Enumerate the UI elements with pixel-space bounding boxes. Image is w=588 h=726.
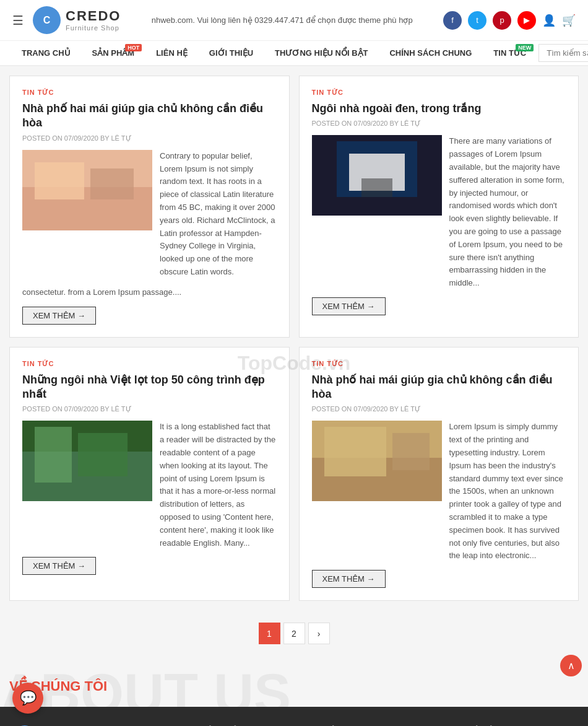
article-excerpt: Lorem Ipsum is simply dummy text of the … (449, 421, 566, 562)
article-body: There are many variations of passages of… (312, 135, 566, 290)
article-full-excerpt: consectetur. from a Lorem Ipsum passage.… (22, 286, 277, 299)
article-excerpt: It is a long established fact that a rea… (160, 421, 277, 549)
search-input[interactable] (538, 44, 588, 62)
header-left: ☰ C CREDO Furniture Shop (12, 6, 121, 34)
article-meta: POSTED ON 07/09/2020 BY LÊ TỰ (312, 120, 566, 128)
read-more-button[interactable]: XEM THÊM → (312, 297, 386, 315)
search-area: 🔍 (538, 44, 588, 62)
article-image (312, 135, 442, 216)
brand-name: CREDO (66, 8, 121, 24)
article-category: TIN TỨC (22, 360, 277, 368)
article-card: TIN TỨC Nhà phố hai mái giúp gia chủ khô… (299, 347, 579, 601)
article-title: Ngôi nhà ngoài đen, trong trắng (312, 102, 566, 116)
articles-grid: TIN TỨC Nhà phố hai mái giúp gia chủ khô… (9, 76, 579, 601)
page-next-button[interactable]: › (308, 623, 330, 644)
header: ☰ C CREDO Furniture Shop nhweb.com. Vui … (0, 0, 588, 41)
nav-brands[interactable]: THƯƠNG HIỆU NỔI BẬT (266, 41, 377, 65)
article-category: TIN TỨC (312, 360, 566, 368)
facebook-icon[interactable]: f (443, 11, 462, 30)
article-image (22, 150, 152, 230)
nav-about[interactable]: GIỚI THIỆU (200, 41, 262, 65)
hot-badge: HOT (125, 44, 142, 51)
youtube-icon[interactable]: ▶ (517, 11, 536, 30)
article-card: TIN TỨC Những ngôi nhà Việt lọt top 50 c… (9, 347, 290, 601)
article-image (22, 421, 152, 501)
article-meta: POSTED ON 07/09/2020 BY LÊ TỰ (22, 134, 277, 142)
header-icons: f t p ▶ 👤 🛒 (443, 11, 576, 30)
main-content: TIN TỨC Nhà phố hai mái giúp gia chủ khô… (0, 66, 588, 666)
menu-toggle[interactable]: ☰ (12, 13, 24, 28)
article-body: Contrary to popular belief, Lorem Ipsum … (22, 150, 277, 279)
new-badge: NEW (516, 44, 534, 51)
header-notice: nhweb.com. Vui lòng liên hệ 0329.447.471… (121, 15, 443, 25)
about-section: ABOUT US VỀ CHÚNG TÔI (0, 666, 588, 707)
article-title: Nhà phố hai mái giúp gia chủ không cần đ… (22, 102, 277, 131)
svg-rect-14 (324, 427, 386, 476)
article-excerpt: There are many variations of passages of… (449, 135, 566, 290)
read-more-button[interactable]: XEM THÊM → (22, 557, 96, 575)
pagination: 1 2 › (9, 610, 579, 657)
article-body: It is a long established fact that a rea… (22, 421, 277, 549)
logo-icon: C (33, 6, 61, 34)
brand-sub: Furniture Shop (66, 24, 121, 32)
scroll-to-top-button[interactable]: ∧ (560, 655, 582, 676)
article-category: TIN TỨC (22, 89, 277, 97)
read-more-button[interactable]: XEM THÊM → (22, 307, 96, 325)
article-card: TIN TỨC Ngôi nhà ngoài đen, trong trắng … (299, 76, 579, 338)
page-1-button[interactable]: 1 (259, 623, 280, 644)
logo-text: CREDO Furniture Shop (66, 8, 121, 33)
twitter-icon[interactable]: t (468, 11, 486, 30)
article-body: Lorem Ipsum is simply dummy text of the … (312, 421, 566, 562)
svg-rect-2 (35, 162, 84, 199)
nav-home[interactable]: TRANG CHỦ (12, 41, 80, 65)
article-title: Nhà phố hai mái giúp gia chủ không cần đ… (312, 373, 566, 402)
nav-policy[interactable]: CHÍNH SÁCH CHUNG (380, 41, 481, 65)
svg-rect-11 (78, 433, 128, 476)
article-excerpt: Contrary to popular belief, Lorem Ipsum … (160, 150, 277, 279)
article-image (312, 421, 442, 501)
floating-chat-button[interactable]: 💬 (12, 683, 43, 714)
footer: C CREDO Furniture Shop Support 24/7 free… (0, 707, 588, 726)
navigation: TRANG CHỦ SẢN PHẨM HOT LIÊN HỆ GIỚI THIỆ… (0, 41, 588, 66)
svg-rect-3 (90, 168, 134, 199)
article-category: TIN TỨC (312, 89, 566, 97)
nav-products[interactable]: SẢN PHẨM HOT (83, 41, 144, 65)
article-card: TIN TỨC Nhà phố hai mái giúp gia chủ khô… (9, 76, 290, 338)
svg-rect-7 (361, 178, 392, 197)
svg-rect-10 (35, 427, 72, 483)
about-title: VỀ CHÚNG TÔI (9, 678, 579, 694)
nav-contact[interactable]: LIÊN HỆ (147, 41, 197, 65)
pinterest-icon[interactable]: p (493, 11, 511, 30)
logo[interactable]: C CREDO Furniture Shop (33, 6, 121, 34)
read-more-button[interactable]: XEM THÊM → (312, 570, 386, 588)
article-meta: POSTED ON 07/09/2020 BY LÊ TỰ (312, 405, 566, 413)
svg-rect-15 (392, 433, 430, 470)
user-icon[interactable]: 👤 (542, 14, 556, 27)
page-2-button[interactable]: 2 (283, 623, 305, 644)
cart-icon[interactable]: 🛒 (562, 14, 576, 27)
article-meta: POSTED ON 07/09/2020 BY LÊ TỰ (22, 405, 277, 413)
article-title: Những ngôi nhà Việt lọt top 50 công trìn… (22, 373, 277, 402)
nav-news[interactable]: TIN TỨC NEW (484, 41, 535, 65)
